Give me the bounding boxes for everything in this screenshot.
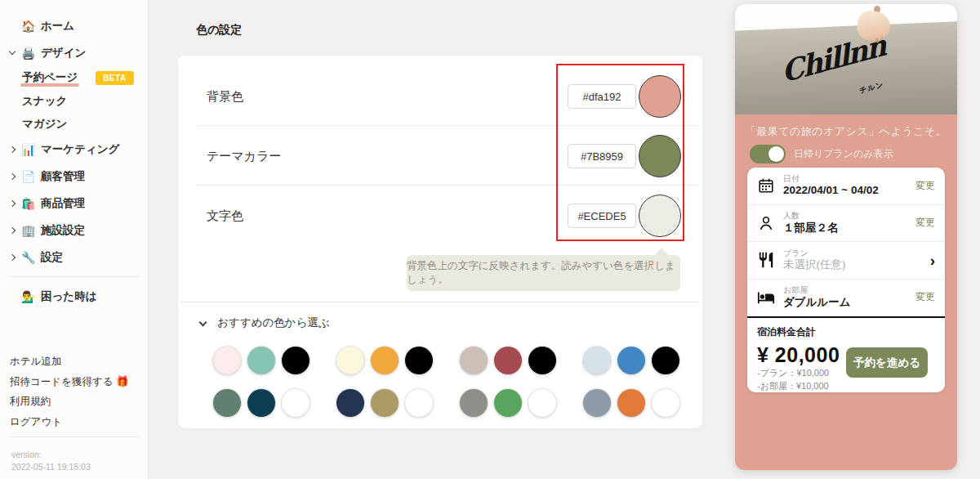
change-link[interactable]: 変更	[915, 179, 935, 193]
page: 🏠ホーム🖨️デザイン予約ページBETAスナックマガジン📊マーケティング📄顧客管理…	[0, 0, 980, 479]
palette-color-swatch[interactable]	[494, 389, 522, 417]
palette-color-swatch[interactable]	[405, 347, 433, 374]
text-color-tooltip: 背景色上の文字に反映されます。読みやすい色を選択しましょう。	[407, 255, 680, 291]
palette-color-swatch[interactable]	[371, 389, 399, 417]
sidebar-item-施設設定[interactable]: 🏢施設設定	[0, 217, 148, 244]
sidebar-footer: ホテル追加招待コードを獲得する 🎁利用規約ログアウト version: 2022…	[0, 351, 149, 473]
bed-icon	[757, 289, 775, 307]
palette-color-swatch[interactable]	[583, 347, 611, 374]
booking-row-texts: お部屋ダブルルーム	[783, 285, 851, 309]
text-color-label: 文字色	[207, 208, 243, 224]
bg-color-input[interactable]	[568, 84, 636, 109]
palette-color-swatch[interactable]	[282, 389, 310, 417]
recommended-colors-toggle[interactable]: おすすめの色から選ぶ	[200, 316, 330, 330]
palette-group	[213, 347, 310, 374]
sidebar: 🏠ホーム🖨️デザイン予約ページBETAスナックマガジン📊マーケティング📄顧客管理…	[0, 0, 149, 479]
sidebar-item-label: 顧客管理	[41, 169, 85, 184]
footer-link-招待コードを獲得する 🎁[interactable]: 招待コードを獲得する 🎁	[0, 372, 149, 392]
palette-color-swatch[interactable]	[336, 389, 364, 417]
day-plan-toggle[interactable]	[750, 145, 786, 163]
bg-color-swatch[interactable]	[639, 75, 681, 118]
text-color-swatch[interactable]	[639, 195, 681, 237]
chevron-slot	[10, 51, 21, 54]
sidebar-item-help[interactable]: 💁‍♂️ 困った時は	[0, 284, 148, 311]
palette-color-swatch[interactable]	[652, 389, 679, 417]
sidebar-item-商品管理[interactable]: 🛍️商品管理	[0, 190, 148, 217]
welcome-message: 「最果ての旅のオアシス」へようこそ。	[735, 124, 957, 139]
sidebar-subitem-スナック[interactable]: スナック	[0, 90, 148, 114]
home-icon: 🏠	[21, 20, 41, 33]
sidebar-item-label: デザイン	[41, 46, 86, 60]
chevron-down-icon	[9, 48, 16, 55]
footer-link-ホテル追加[interactable]: ホテル追加	[0, 351, 149, 372]
palette-color-swatch[interactable]	[583, 389, 611, 417]
palette-color-swatch[interactable]	[247, 389, 275, 417]
settings-icon: 🔧	[21, 251, 41, 264]
sidebar-subitem-マガジン[interactable]: マガジン	[0, 113, 148, 137]
sidebar-item-label: 困った時は	[41, 289, 96, 304]
change-link[interactable]: 変更	[915, 290, 935, 304]
booking-row-label: 人数	[783, 211, 839, 222]
bg-color-row: 背景色	[178, 67, 702, 126]
palette-color-swatch[interactable]	[460, 347, 488, 374]
palette-group	[213, 389, 310, 417]
sidebar-item-顧客管理[interactable]: 📄顧客管理	[0, 163, 148, 190]
chevron-slot	[10, 201, 21, 206]
palette-color-swatch[interactable]	[213, 347, 241, 374]
marketing-icon: 📊	[21, 143, 41, 156]
booking-row-value: １部屋２名	[783, 222, 839, 235]
palette-group	[336, 389, 433, 417]
palette-color-swatch[interactable]	[617, 389, 645, 417]
restaurant-icon	[757, 251, 775, 269]
chevron-right-icon	[9, 146, 16, 153]
sidebar-item-デザイン[interactable]: 🖨️デザイン	[0, 39, 148, 66]
design-icon: 🖨️	[21, 47, 41, 60]
booking-row-label: 日付	[783, 174, 879, 185]
booking-row-日付: 日付2022/04/01 ~ 04/02変更	[747, 168, 945, 205]
palette-color-swatch[interactable]	[528, 389, 556, 417]
proceed-booking-button[interactable]: 予約を進める	[846, 347, 928, 378]
divider	[196, 125, 697, 126]
sidebar-item-マーケティング[interactable]: 📊マーケティング	[0, 137, 148, 163]
footer-link-ログアウト[interactable]: ログアウト	[0, 412, 149, 432]
page-title: 色の設定	[196, 23, 242, 38]
palette-color-swatch[interactable]	[652, 347, 679, 374]
palette-color-swatch[interactable]	[213, 389, 241, 417]
palette-color-swatch[interactable]	[494, 347, 522, 374]
sidebar-item-設定[interactable]: 🔧設定	[0, 244, 148, 271]
booking-row-value: 2022/04/01 ~ 04/02	[783, 184, 879, 198]
palette-color-swatch[interactable]	[617, 347, 645, 374]
booking-row-プラン[interactable]: プラン未選択(任意)›	[747, 242, 945, 280]
sidebar-item-label: 設定	[41, 250, 63, 265]
booking-row-texts: 人数１部屋２名	[783, 211, 839, 235]
beta-badge: BETA	[96, 71, 133, 85]
booking-row-label: プラン	[783, 248, 846, 259]
palette-row	[213, 347, 679, 374]
sidebar-item-label: マガジン	[22, 117, 67, 132]
palette-color-swatch[interactable]	[336, 347, 364, 374]
sidebar-item-label: スナック	[22, 94, 67, 109]
palette-color-swatch[interactable]	[528, 347, 556, 374]
palette-color-swatch[interactable]	[282, 347, 310, 374]
palette-color-swatch[interactable]	[247, 347, 275, 374]
theme-color-input[interactable]	[568, 144, 636, 168]
footer-link-利用規約[interactable]: 利用規約	[0, 392, 149, 412]
total-section: 宿泊料金合計 ¥ 20,000 -プラン：¥10,000-お部屋：¥10,000…	[747, 316, 945, 393]
change-link[interactable]: 変更	[915, 216, 935, 230]
theme-color-swatch[interactable]	[639, 135, 681, 177]
sidebar-subitem-予約ページ[interactable]: 予約ページBETA	[0, 66, 148, 90]
sidebar-item-label: 商品管理	[41, 196, 85, 211]
booking-summary-card: 日付2022/04/01 ~ 04/02変更人数１部屋２名変更プラン未選択(任意…	[747, 168, 945, 392]
palette-color-swatch[interactable]	[371, 347, 399, 374]
sidebar-item-ホーム[interactable]: 🏠ホーム	[0, 12, 148, 39]
color-settings-card: 背景色テーマカラー文字色 背景色上の文字に反映されます。読みやすい色を選択しまし…	[178, 56, 702, 428]
chevron-slot	[10, 174, 21, 179]
chevron-right-icon[interactable]: ›	[930, 253, 935, 268]
palette-color-swatch[interactable]	[405, 389, 433, 417]
sidebar-item-label: ホーム	[41, 19, 74, 34]
calendar-icon	[757, 177, 775, 195]
booking-preview-panel: Chillnn チルン 「最果ての旅のオアシス」へようこそ。 日帰りプランのみ表…	[735, 4, 957, 470]
palette-color-swatch[interactable]	[460, 389, 488, 417]
text-color-input[interactable]	[568, 204, 636, 228]
divider	[8, 436, 140, 437]
